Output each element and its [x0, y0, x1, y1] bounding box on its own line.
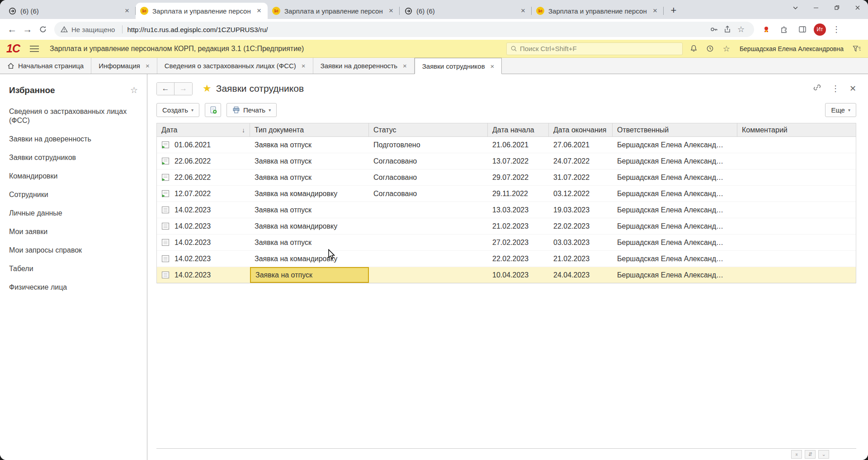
cell-enddate[interactable]: 24.04.2023: [549, 267, 613, 283]
browser-reload-icon[interactable]: [35, 22, 51, 37]
nav-back-button[interactable]: ←: [157, 83, 175, 95]
cell-comment[interactable]: [737, 137, 856, 153]
app-tab[interactable]: Сведения о застрахованных лицах (ФСС)×: [157, 58, 313, 74]
cell-date[interactable]: 14.02.2023: [157, 218, 250, 234]
browser-menu-icon[interactable]: ⋮: [830, 24, 842, 34]
omnibox[interactable]: Не защищено http://ru1c.rus.ad.egisplc.c…: [54, 22, 754, 37]
cell-date[interactable]: 01.06.2021: [157, 137, 250, 153]
cell-enddate[interactable]: 27.06.2021: [549, 137, 613, 153]
sidebar-item[interactable]: Командировки: [9, 172, 138, 181]
cell-date[interactable]: 22.06.2022: [157, 169, 250, 185]
browser-tab[interactable]: (6) (6)×: [400, 3, 532, 19]
cell-enddate[interactable]: 31.07.2022: [549, 169, 613, 185]
cell-status[interactable]: Подготовлено: [369, 137, 488, 153]
browser-forward-icon[interactable]: →: [20, 22, 35, 37]
scroll-updown-button[interactable]: ⇵: [805, 450, 816, 459]
close-tab-icon[interactable]: ✕: [849, 84, 856, 94]
cell-status[interactable]: [369, 267, 488, 283]
sidebar-item[interactable]: Личные данные: [9, 209, 138, 218]
table-row[interactable]: 14.02.2023Заявка на командировку22.02.20…: [157, 251, 856, 267]
extensions-puzzle-icon[interactable]: [778, 23, 791, 36]
new-tab-button[interactable]: +: [667, 4, 680, 17]
cell-doctype[interactable]: Заявка на отпуск: [250, 137, 369, 153]
cell-responsible[interactable]: Бершадская Елена Александ…: [613, 235, 737, 250]
cell-comment[interactable]: [737, 251, 856, 267]
app-tab-close-icon[interactable]: ×: [146, 62, 150, 70]
scroll-bottom-button[interactable]: ⌄: [818, 450, 829, 459]
cell-startdate[interactable]: 29.07.2022: [488, 169, 549, 185]
view-settings-funnel-icon[interactable]: [852, 44, 862, 54]
browser-tab[interactable]: 1сЗарплата и управление персон×: [136, 3, 268, 19]
cell-date[interactable]: 22.06.2022: [157, 153, 250, 169]
favorite-star-icon[interactable]: ★: [203, 83, 212, 94]
cell-comment[interactable]: [737, 153, 856, 169]
create-button[interactable]: Создать▾: [156, 103, 199, 117]
cell-date[interactable]: 14.02.2023: [157, 267, 250, 283]
sidebar-item[interactable]: Сведения о застрахованных лицах (ФСС): [9, 107, 138, 125]
table-row[interactable]: 14.02.2023Заявка на командировку21.02.20…: [157, 218, 856, 235]
cell-startdate[interactable]: 21.02.2023: [488, 218, 549, 234]
restore-button[interactable]: [826, 0, 847, 15]
sidebar-item[interactable]: Заявки на доверенность: [9, 135, 138, 144]
extension-red-icon[interactable]: [760, 23, 773, 36]
sidebar-item[interactable]: Физические лица: [9, 283, 138, 292]
cell-status[interactable]: Согласовано: [369, 153, 488, 169]
table-row[interactable]: 01.06.2021Заявка на отпускПодготовлено21…: [157, 137, 856, 153]
bookmark-star-icon[interactable]: ☆: [734, 23, 748, 36]
cell-date[interactable]: 14.02.2023: [157, 235, 250, 250]
table-row[interactable]: 12.07.2022Заявка на командировкуСогласов…: [157, 186, 856, 202]
1c-logo[interactable]: 1С: [6, 42, 20, 55]
cell-startdate[interactable]: 13.07.2022: [488, 153, 549, 169]
sidebar-item[interactable]: Мои запросы справок: [9, 246, 138, 255]
cell-date[interactable]: 12.07.2022: [157, 186, 250, 202]
tab-search-chevron-icon[interactable]: [785, 0, 806, 15]
cell-startdate[interactable]: 29.11.2022: [488, 186, 549, 202]
browser-tab[interactable]: 1сЗарплата и управление персон×: [532, 3, 664, 19]
cell-doctype[interactable]: Заявка на отпуск: [250, 267, 369, 283]
cell-responsible[interactable]: Бершадская Елена Александ…: [613, 186, 737, 202]
cell-startdate[interactable]: 21.06.2021: [488, 137, 549, 153]
browser-tab[interactable]: 1сЗарплата и управление персон×: [268, 3, 400, 19]
table-row[interactable]: 14.02.2023Заявка на отпуск10.04.202324.0…: [157, 267, 856, 283]
security-label[interactable]: Не защищено: [71, 26, 115, 33]
tab-close-icon[interactable]: ×: [387, 7, 395, 15]
browser-profile-avatar[interactable]: Ит: [814, 23, 826, 36]
cell-responsible[interactable]: Бершадская Елена Александ…: [613, 202, 737, 218]
scroll-top-button[interactable]: ⌅: [791, 450, 802, 459]
tab-close-icon[interactable]: ×: [519, 7, 527, 15]
minimize-button[interactable]: [806, 0, 826, 15]
cell-doctype[interactable]: Заявка на командировку: [250, 218, 369, 234]
cell-doctype[interactable]: Заявка на отпуск: [250, 202, 369, 218]
cell-comment[interactable]: [737, 218, 856, 234]
cell-comment[interactable]: [737, 202, 856, 218]
sidebar-item[interactable]: Сотрудники: [9, 190, 138, 199]
cell-startdate[interactable]: 22.02.2023: [488, 251, 549, 267]
cell-status[interactable]: Согласовано: [369, 186, 488, 202]
global-search-input[interactable]: Поиск Ctrl+Shift+F: [506, 42, 683, 55]
url-text[interactable]: http://ru1c.rus.ad.egisplc.com/1CZUPRUS3…: [127, 26, 707, 33]
cell-responsible[interactable]: Бершадская Елена Александ…: [613, 267, 737, 283]
cell-doctype[interactable]: Заявка на отпуск: [250, 153, 369, 169]
panel-more-icon[interactable]: ⋮: [831, 84, 840, 94]
side-panel-icon[interactable]: [796, 23, 809, 36]
app-tab[interactable]: Начальная страница: [0, 58, 91, 74]
share-icon[interactable]: [721, 23, 734, 36]
cell-responsible[interactable]: Бершадская Елена Александ…: [613, 169, 737, 185]
cell-status[interactable]: [369, 251, 488, 267]
more-button[interactable]: Еще▾: [825, 103, 856, 117]
app-tab[interactable]: Заявки на доверенность×: [313, 58, 415, 74]
app-tab[interactable]: Заявки сотрудников×: [415, 58, 502, 74]
cell-responsible[interactable]: Бершадская Елена Александ…: [613, 137, 737, 153]
browser-tab[interactable]: (6) (6)×: [4, 3, 136, 19]
tab-close-icon[interactable]: ×: [123, 7, 131, 15]
print-button[interactable]: Печать▾: [226, 103, 277, 117]
user-name[interactable]: Бершадская Елена Александровна: [740, 45, 844, 52]
nav-forward-button[interactable]: →: [175, 83, 192, 95]
history-icon[interactable]: [705, 44, 715, 54]
cell-responsible[interactable]: Бершадская Елена Александ…: [613, 251, 737, 267]
column-header-doctype[interactable]: Тип документа: [250, 123, 369, 136]
cell-responsible[interactable]: Бершадская Елена Александ…: [613, 218, 737, 234]
notifications-bell-icon[interactable]: [689, 44, 699, 54]
tab-close-icon[interactable]: ×: [255, 7, 263, 15]
sidebar-item[interactable]: Табели: [9, 264, 138, 273]
